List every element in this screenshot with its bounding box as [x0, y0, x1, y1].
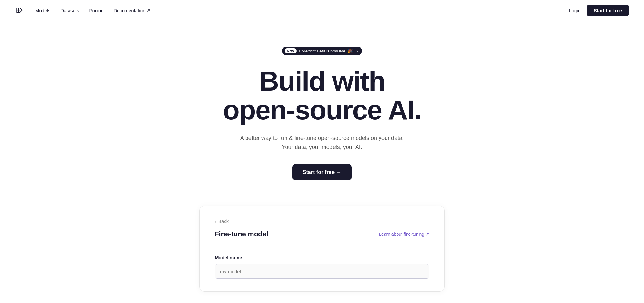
card-title: Fine-tune model: [215, 230, 268, 238]
hero-subtitle-line1: A better way to run & fine-tune open-sou…: [240, 135, 404, 141]
nav-link-documentation[interactable]: Documentation ↗: [114, 8, 151, 14]
hero-title: Build with open-source AI.: [223, 67, 421, 125]
nav-left: Models Datasets Pricing Documentation ↗: [15, 6, 151, 15]
announcement-badge[interactable]: New Forefront Beta is now live! 🎉 ›: [282, 47, 362, 55]
chevron-right-icon: ›: [356, 49, 358, 53]
hero-cta-button[interactable]: Start for free →: [292, 164, 352, 180]
back-label: Back: [218, 218, 229, 224]
hero-title-line1: Build with: [259, 65, 385, 96]
hero-title-line2: open-source AI.: [223, 94, 421, 125]
nav-right: Login Start for free: [569, 5, 629, 16]
hero-subtitle: A better way to run & fine-tune open-sou…: [240, 134, 404, 152]
logo-icon[interactable]: [15, 6, 24, 15]
model-name-field: Model name: [215, 255, 429, 279]
fine-tune-card: ‹ Back Fine-tune model Learn about fine-…: [199, 206, 445, 292]
hero-subtitle-line2: Your data, your models, your AI.: [282, 144, 362, 150]
nav-link-models[interactable]: Models: [35, 8, 50, 13]
navbar: Models Datasets Pricing Documentation ↗ …: [0, 0, 644, 21]
card-section: ‹ Back Fine-tune model Learn about fine-…: [0, 199, 644, 292]
model-name-label: Model name: [215, 255, 429, 260]
new-badge-label: New: [285, 48, 297, 53]
announcement-text: Forefront Beta is now live! 🎉: [299, 49, 353, 53]
model-name-input[interactable]: [215, 264, 429, 279]
learn-fine-tuning-link[interactable]: Learn about fine-tuning ↗: [379, 232, 429, 237]
back-link[interactable]: ‹ Back: [215, 218, 429, 224]
login-button[interactable]: Login: [569, 8, 580, 13]
hero-section: New Forefront Beta is now live! 🎉 › Buil…: [0, 21, 644, 199]
card-header: Fine-tune model Learn about fine-tuning …: [215, 230, 429, 246]
nav-link-pricing[interactable]: Pricing: [89, 8, 104, 13]
chevron-left-icon: ‹: [215, 218, 216, 224]
nav-link-datasets[interactable]: Datasets: [60, 8, 79, 13]
nav-links: Models Datasets Pricing Documentation ↗: [35, 8, 151, 14]
start-free-nav-button[interactable]: Start for free: [587, 5, 629, 16]
